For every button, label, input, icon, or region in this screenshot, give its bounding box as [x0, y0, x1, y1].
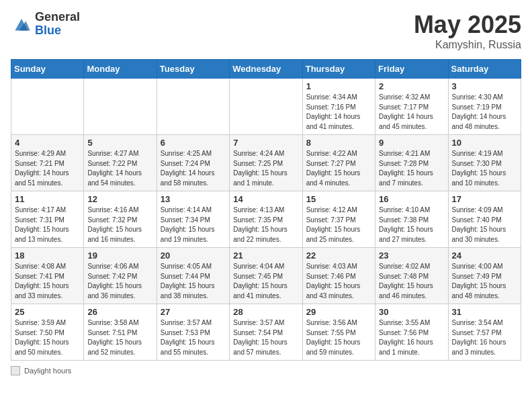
- day-info: Sunrise: 3:57 AM Sunset: 7:53 PM Dayligh…: [161, 318, 226, 357]
- day-number: 21: [233, 250, 298, 261]
- day-number: 25: [15, 307, 80, 317]
- calendar-cell: 29Sunrise: 3:56 AM Sunset: 7:55 PM Dayli…: [302, 304, 375, 361]
- day-number: 30: [379, 307, 444, 317]
- calendar-cell: 20Sunrise: 4:05 AM Sunset: 7:44 PM Dayli…: [157, 248, 229, 304]
- calendar-row: 18Sunrise: 4:08 AM Sunset: 7:41 PM Dayli…: [11, 248, 521, 304]
- weekday-header: Sunday: [11, 60, 84, 79]
- day-number: 13: [161, 194, 226, 204]
- calendar-cell: [230, 79, 302, 135]
- calendar-cell: 19Sunrise: 4:06 AM Sunset: 7:42 PM Dayli…: [84, 248, 157, 304]
- calendar-cell: 2Sunrise: 4:32 AM Sunset: 7:17 PM Daylig…: [375, 79, 448, 135]
- day-info: Sunrise: 4:03 AM Sunset: 7:46 PM Dayligh…: [306, 262, 371, 301]
- day-number: 10: [452, 138, 517, 148]
- calendar-cell: 4Sunrise: 4:29 AM Sunset: 7:21 PM Daylig…: [11, 135, 84, 191]
- day-number: 22: [306, 250, 371, 261]
- day-info: Sunrise: 4:13 AM Sunset: 7:35 PM Dayligh…: [233, 205, 298, 244]
- day-info: Sunrise: 4:14 AM Sunset: 7:34 PM Dayligh…: [161, 205, 226, 244]
- day-info: Sunrise: 4:19 AM Sunset: 7:30 PM Dayligh…: [452, 149, 517, 188]
- day-info: Sunrise: 4:25 AM Sunset: 7:24 PM Dayligh…: [161, 149, 226, 188]
- day-number: 20: [161, 250, 226, 261]
- day-info: Sunrise: 3:59 AM Sunset: 7:50 PM Dayligh…: [15, 318, 80, 357]
- calendar-cell: 24Sunrise: 4:00 AM Sunset: 7:49 PM Dayli…: [448, 248, 521, 304]
- calendar-cell: 13Sunrise: 4:14 AM Sunset: 7:34 PM Dayli…: [157, 191, 229, 248]
- day-number: 9: [379, 138, 444, 148]
- day-number: 16: [379, 194, 444, 204]
- weekday-header: Wednesday: [230, 60, 302, 79]
- weekday-header: Friday: [375, 60, 448, 79]
- day-number: 26: [87, 307, 152, 317]
- day-number: 24: [452, 250, 517, 261]
- calendar-cell: 16Sunrise: 4:10 AM Sunset: 7:38 PM Dayli…: [375, 191, 448, 248]
- day-info: Sunrise: 4:17 AM Sunset: 7:31 PM Dayligh…: [15, 205, 80, 244]
- day-number: 29: [306, 307, 371, 317]
- day-info: Sunrise: 4:21 AM Sunset: 7:28 PM Dayligh…: [379, 149, 444, 188]
- calendar-cell: 3Sunrise: 4:30 AM Sunset: 7:19 PM Daylig…: [448, 79, 521, 135]
- day-info: Sunrise: 3:54 AM Sunset: 7:57 PM Dayligh…: [452, 318, 517, 357]
- calendar-cell: 17Sunrise: 4:09 AM Sunset: 7:40 PM Dayli…: [448, 191, 521, 248]
- day-info: Sunrise: 4:00 AM Sunset: 7:49 PM Dayligh…: [452, 262, 517, 301]
- day-info: Sunrise: 4:29 AM Sunset: 7:21 PM Dayligh…: [15, 149, 80, 188]
- day-number: 27: [161, 307, 226, 317]
- calendar-row: 1Sunrise: 4:34 AM Sunset: 7:16 PM Daylig…: [11, 79, 521, 135]
- title-month: May 2025: [414, 11, 521, 39]
- day-info: Sunrise: 4:08 AM Sunset: 7:41 PM Dayligh…: [15, 262, 80, 301]
- calendar-cell: 5Sunrise: 4:27 AM Sunset: 7:22 PM Daylig…: [84, 135, 157, 191]
- calendar-row: 11Sunrise: 4:17 AM Sunset: 7:31 PM Dayli…: [11, 191, 521, 248]
- day-info: Sunrise: 4:32 AM Sunset: 7:17 PM Dayligh…: [379, 93, 444, 132]
- day-info: Sunrise: 3:58 AM Sunset: 7:51 PM Dayligh…: [87, 318, 152, 357]
- day-info: Sunrise: 4:06 AM Sunset: 7:42 PM Dayligh…: [87, 262, 152, 301]
- calendar-cell: 6Sunrise: 4:25 AM Sunset: 7:24 PM Daylig…: [157, 135, 229, 191]
- day-number: 17: [452, 194, 517, 204]
- calendar-cell: 7Sunrise: 4:24 AM Sunset: 7:25 PM Daylig…: [230, 135, 302, 191]
- calendar-cell: 21Sunrise: 4:04 AM Sunset: 7:45 PM Dayli…: [230, 248, 302, 304]
- calendar-cell: 11Sunrise: 4:17 AM Sunset: 7:31 PM Dayli…: [11, 191, 84, 248]
- day-info: Sunrise: 3:56 AM Sunset: 7:55 PM Dayligh…: [306, 318, 371, 357]
- day-info: Sunrise: 4:30 AM Sunset: 7:19 PM Dayligh…: [452, 93, 517, 132]
- day-info: Sunrise: 4:27 AM Sunset: 7:22 PM Dayligh…: [87, 149, 152, 188]
- day-number: 2: [379, 81, 444, 91]
- calendar-cell: 8Sunrise: 4:22 AM Sunset: 7:27 PM Daylig…: [302, 135, 375, 191]
- weekday-header: Tuesday: [157, 60, 229, 79]
- title-location: Kamyshin, Russia: [414, 39, 521, 51]
- day-number: 5: [87, 138, 152, 148]
- calendar-cell: 15Sunrise: 4:12 AM Sunset: 7:37 PM Dayli…: [302, 191, 375, 248]
- logo: General Blue: [11, 11, 80, 38]
- calendar-cell: 10Sunrise: 4:19 AM Sunset: 7:30 PM Dayli…: [448, 135, 521, 191]
- calendar-header-row: SundayMondayTuesdayWednesdayThursdayFrid…: [11, 60, 521, 79]
- day-number: 1: [306, 81, 371, 91]
- day-info: Sunrise: 4:12 AM Sunset: 7:37 PM Dayligh…: [306, 205, 371, 244]
- logo-text: General Blue: [35, 11, 80, 38]
- footer-label: Daylight hours: [24, 367, 71, 375]
- day-info: Sunrise: 4:22 AM Sunset: 7:27 PM Dayligh…: [306, 149, 371, 188]
- logo-blue: Blue: [35, 24, 80, 38]
- calendar-cell: 9Sunrise: 4:21 AM Sunset: 7:28 PM Daylig…: [375, 135, 448, 191]
- footer-box: [11, 366, 20, 375]
- calendar-cell: 31Sunrise: 3:54 AM Sunset: 7:57 PM Dayli…: [448, 304, 521, 361]
- calendar-cell: 22Sunrise: 4:03 AM Sunset: 7:46 PM Dayli…: [302, 248, 375, 304]
- title-block: May 2025 Kamyshin, Russia: [414, 11, 521, 51]
- footer: Daylight hours: [11, 366, 521, 375]
- day-info: Sunrise: 4:09 AM Sunset: 7:40 PM Dayligh…: [452, 205, 517, 244]
- day-number: 7: [233, 138, 298, 148]
- calendar-cell: 30Sunrise: 3:55 AM Sunset: 7:56 PM Dayli…: [375, 304, 448, 361]
- day-info: Sunrise: 4:34 AM Sunset: 7:16 PM Dayligh…: [306, 93, 371, 132]
- page-header: General Blue May 2025 Kamyshin, Russia: [11, 11, 521, 51]
- day-number: 18: [15, 250, 80, 261]
- calendar-cell: 27Sunrise: 3:57 AM Sunset: 7:53 PM Dayli…: [157, 304, 229, 361]
- calendar-cell: [11, 79, 84, 135]
- logo-general: General: [35, 11, 80, 24]
- calendar-cell: [84, 79, 157, 135]
- calendar-table: SundayMondayTuesdayWednesdayThursdayFrid…: [11, 59, 521, 361]
- weekday-header: Saturday: [448, 60, 521, 79]
- calendar-cell: 26Sunrise: 3:58 AM Sunset: 7:51 PM Dayli…: [84, 304, 157, 361]
- day-info: Sunrise: 4:02 AM Sunset: 7:48 PM Dayligh…: [379, 262, 444, 301]
- day-info: Sunrise: 4:10 AM Sunset: 7:38 PM Dayligh…: [379, 205, 444, 244]
- calendar-cell: 18Sunrise: 4:08 AM Sunset: 7:41 PM Dayli…: [11, 248, 84, 304]
- calendar-cell: 28Sunrise: 3:57 AM Sunset: 7:54 PM Dayli…: [230, 304, 302, 361]
- weekday-header: Thursday: [302, 60, 375, 79]
- calendar-cell: 23Sunrise: 4:02 AM Sunset: 7:48 PM Dayli…: [375, 248, 448, 304]
- day-info: Sunrise: 4:24 AM Sunset: 7:25 PM Dayligh…: [233, 149, 298, 188]
- day-number: 19: [87, 250, 152, 261]
- day-number: 23: [379, 250, 444, 261]
- day-number: 3: [452, 81, 517, 91]
